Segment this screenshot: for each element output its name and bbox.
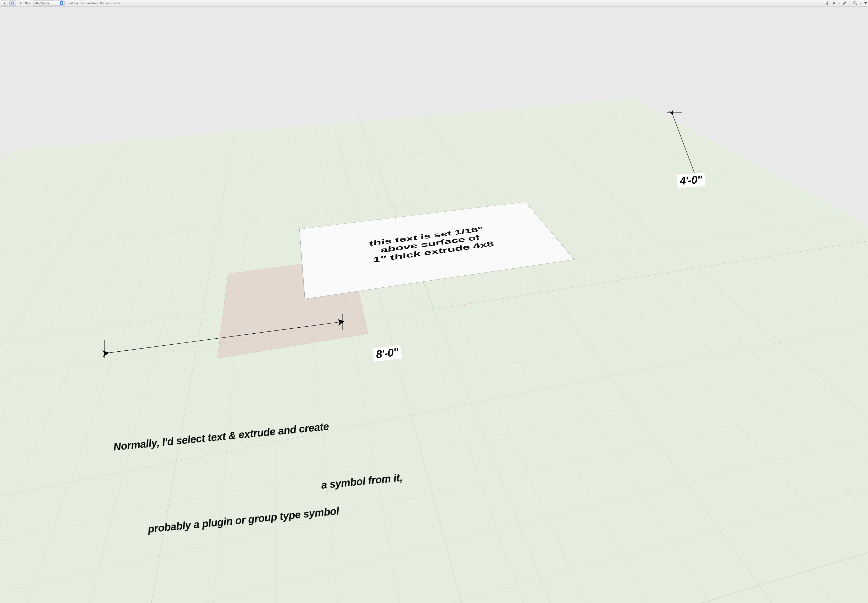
gear-icon[interactable] — [831, 0, 837, 6]
svg-line-11 — [833, 4, 833, 5]
chevron-down-icon[interactable] — [860, 3, 861, 4]
text-style-label: Text Style: — [20, 2, 32, 5]
svg-point-12 — [856, 4, 857, 5]
text-style-value: <Un-Styled> — [34, 2, 49, 5]
tool-hint: Text Tool: Horizontal Mode. Set corner o… — [68, 2, 121, 5]
tool-mode-button-b[interactable] — [9, 0, 16, 6]
svg-line-9 — [835, 4, 835, 5]
bucket-icon[interactable] — [852, 0, 857, 6]
slab-surface-text[interactable]: this text is set 1/16" above surface of … — [359, 224, 504, 266]
axis-z-positive — [434, 309, 434, 603]
svg-line-18 — [106, 322, 341, 353]
chevron-down-icon[interactable] — [849, 3, 851, 4]
toolbar-right-group — [825, 0, 867, 6]
svg-point-3 — [833, 2, 834, 4]
text-style-select[interactable]: <Un-Styled> — [33, 0, 65, 6]
slab-top-face: this text is set 1/16" above surface of … — [299, 202, 574, 299]
overflow-chevron-icon[interactable] — [864, 2, 867, 4]
walkthrough-icon[interactable] — [825, 0, 830, 6]
dimension-width[interactable] — [95, 317, 352, 359]
axis-y-negative — [434, 309, 868, 603]
viewport-3d[interactable]: this text is set 1/16" above surface of … — [0, 6, 868, 603]
chevron-down-icon[interactable] — [839, 3, 840, 4]
brush-icon[interactable] — [842, 0, 847, 6]
dimension-depth-label[interactable]: 4'-0" — [677, 172, 705, 188]
svg-line-14 — [672, 113, 696, 176]
select-stepper-icon — [60, 1, 63, 5]
tool-mode-button-a[interactable] — [1, 0, 8, 6]
toolbar-separator — [66, 1, 67, 6]
toolbar-separator — [18, 1, 18, 6]
ground-plane: this text is set 1/16" above surface of … — [14, 6, 868, 603]
svg-line-8 — [833, 2, 833, 2]
svg-line-10 — [835, 2, 835, 2]
dimension-depth[interactable] — [664, 108, 708, 181]
svg-point-2 — [827, 1, 828, 2]
toolbar: Text Style: <Un-Styled> Text Tool: Horiz… — [0, 0, 868, 6]
